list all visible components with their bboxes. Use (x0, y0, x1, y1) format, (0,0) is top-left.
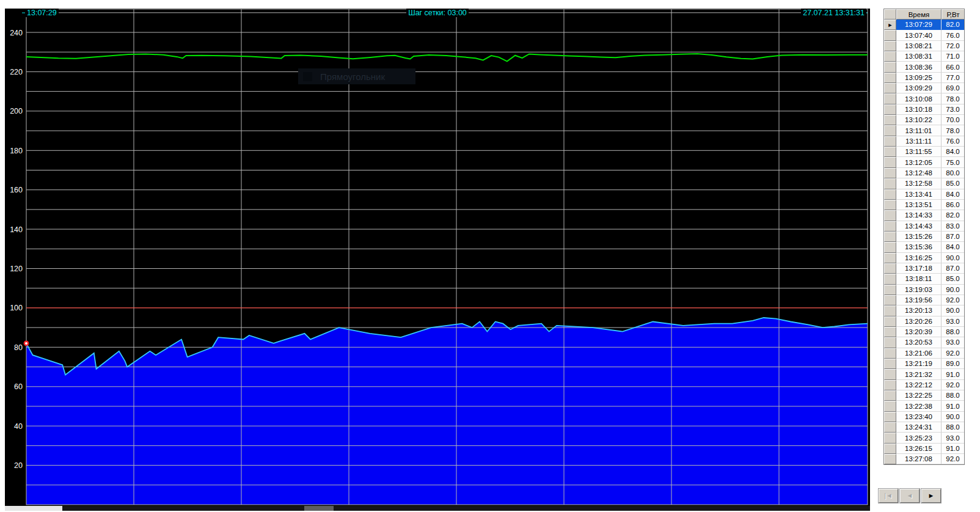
table-row[interactable]: 13:17:1887.0 (884, 263, 964, 274)
row-selector[interactable] (884, 444, 896, 454)
row-selector[interactable] (884, 200, 896, 210)
table-row[interactable]: 13:12:0575.0 (884, 157, 964, 167)
row-selector[interactable] (884, 454, 896, 464)
grid-step-label: Шаг сетки: 03:00 (5, 9, 870, 17)
table-row[interactable]: 13:18:1185.0 (884, 274, 964, 284)
table-row[interactable]: 13:13:4184.0 (884, 189, 964, 200)
row-selector[interactable] (884, 316, 896, 327)
row-selector[interactable] (884, 285, 896, 295)
row-selector[interactable] (884, 412, 896, 422)
table-row[interactable]: 13:19:5692.0 (884, 295, 964, 305)
table-row[interactable]: 13:08:3666.0 (884, 62, 964, 72)
ghost-menu-overlay: Прямоугольник (298, 68, 415, 84)
previous-record-button[interactable]: ◄ (900, 489, 920, 503)
time-cell: 13:25:23 (896, 433, 942, 443)
table-row[interactable]: 13:14:4383.0 (884, 221, 964, 232)
table-row[interactable]: 13:10:1873.0 (884, 104, 964, 115)
table-row[interactable]: 13:10:2270.0 (884, 115, 964, 125)
power-value-cell: 92.0 (942, 295, 964, 305)
row-selector[interactable] (884, 147, 896, 157)
row-selector[interactable] (884, 274, 896, 284)
row-selector[interactable] (884, 83, 896, 93)
row-selector[interactable] (884, 390, 896, 401)
row-selector[interactable] (884, 51, 896, 62)
column-header-power[interactable]: Р,Вт (942, 9, 964, 20)
row-selector[interactable] (884, 232, 896, 242)
row-selector[interactable] (884, 401, 896, 411)
table-row[interactable]: 13:19:0390.0 (884, 285, 964, 295)
row-selector[interactable] (884, 295, 896, 305)
row-selector[interactable] (884, 422, 896, 433)
table-row[interactable]: 13:21:1989.0 (884, 359, 964, 369)
row-selector[interactable] (884, 359, 896, 369)
row-selector[interactable] (884, 210, 896, 221)
table-row[interactable]: 13:24:3188.0 (884, 422, 964, 433)
row-selector[interactable] (884, 348, 896, 359)
row-selector[interactable] (884, 62, 896, 72)
row-selector[interactable] (884, 136, 896, 147)
table-row[interactable]: 13:16:2590.0 (884, 253, 964, 263)
row-selector[interactable] (884, 337, 896, 348)
row-selector[interactable]: ► (884, 20, 896, 30)
row-selector[interactable] (884, 189, 896, 200)
row-selector[interactable] (884, 30, 896, 40)
table-row[interactable]: 13:14:3382.0 (884, 210, 964, 221)
table-row[interactable]: 13:22:3891.0 (884, 401, 964, 411)
scrollbar-thumb[interactable] (5, 506, 62, 511)
table-row[interactable]: 13:22:2588.0 (884, 390, 964, 401)
table-row[interactable]: 13:25:2393.0 (884, 433, 964, 443)
row-selector[interactable] (884, 104, 896, 115)
horizontal-scrollbar[interactable] (5, 506, 870, 511)
row-selector[interactable] (884, 41, 896, 51)
column-header-time[interactable]: Время (896, 9, 942, 20)
row-selector[interactable] (884, 157, 896, 167)
row-selector[interactable] (884, 125, 896, 136)
next-record-button[interactable]: ► (921, 489, 941, 503)
table-row[interactable]: 13:15:3684.0 (884, 242, 964, 252)
row-selector[interactable] (884, 178, 896, 189)
chart-canvas[interactable]: 20406080100120140160180200220240 (5, 9, 870, 511)
row-selector[interactable] (884, 263, 896, 274)
table-row[interactable]: 13:12:4880.0 (884, 168, 964, 178)
table-row[interactable]: 13:22:1292.0 (884, 380, 964, 390)
row-selector[interactable] (884, 168, 896, 178)
power-value-cell: 85.0 (942, 274, 964, 284)
table-row[interactable]: 13:09:2969.0 (884, 83, 964, 93)
table-row[interactable]: 13:15:2687.0 (884, 232, 964, 242)
row-selector[interactable] (884, 115, 896, 125)
row-selector[interactable] (884, 253, 896, 263)
table-row[interactable]: 13:07:4076.0 (884, 30, 964, 40)
table-row[interactable]: 13:23:4090.0 (884, 412, 964, 422)
table-row[interactable]: 13:21:3291.0 (884, 369, 964, 379)
row-selector[interactable] (884, 242, 896, 252)
y-axis-tick-label: 160 (10, 186, 23, 194)
table-row[interactable]: 13:20:2693.0 (884, 316, 964, 327)
table-row[interactable]: 13:13:5186.0 (884, 200, 964, 210)
table-row[interactable]: 13:11:1176.0 (884, 136, 964, 147)
row-selector[interactable] (884, 93, 896, 104)
table-row[interactable]: 13:10:0878.0 (884, 93, 964, 104)
table-row[interactable]: 13:08:3171.0 (884, 51, 964, 62)
table-row[interactable]: 13:21:0692.0 (884, 348, 964, 359)
table-row[interactable]: 13:08:2172.0 (884, 41, 964, 51)
row-selector[interactable] (884, 305, 896, 316)
row-selector[interactable] (884, 221, 896, 232)
table-row[interactable]: 13:12:5885.0 (884, 178, 964, 189)
first-record-button[interactable]: |◄ (879, 489, 898, 503)
table-row[interactable]: ►13:07:2982.0 (884, 20, 964, 30)
table-row[interactable]: 13:20:5393.0 (884, 337, 964, 348)
table-row[interactable]: 13:11:5584.0 (884, 147, 964, 157)
table-row[interactable]: 13:20:1390.0 (884, 305, 964, 316)
y-axis-tick-label: 40 (14, 422, 23, 431)
table-row[interactable]: 13:09:2577.0 (884, 73, 964, 83)
row-selector[interactable] (884, 433, 896, 443)
row-selector[interactable] (884, 73, 896, 83)
table-row[interactable]: 13:27:0892.0 (884, 454, 964, 464)
row-selector[interactable] (884, 369, 896, 379)
table-row[interactable]: 13:11:0178.0 (884, 125, 964, 136)
table-row[interactable]: 13:20:3988.0 (884, 327, 964, 337)
power-value-cell: 87.0 (942, 232, 964, 242)
row-selector[interactable] (884, 380, 896, 390)
table-row[interactable]: 13:26:1591.0 (884, 444, 964, 454)
row-selector[interactable] (884, 327, 896, 337)
